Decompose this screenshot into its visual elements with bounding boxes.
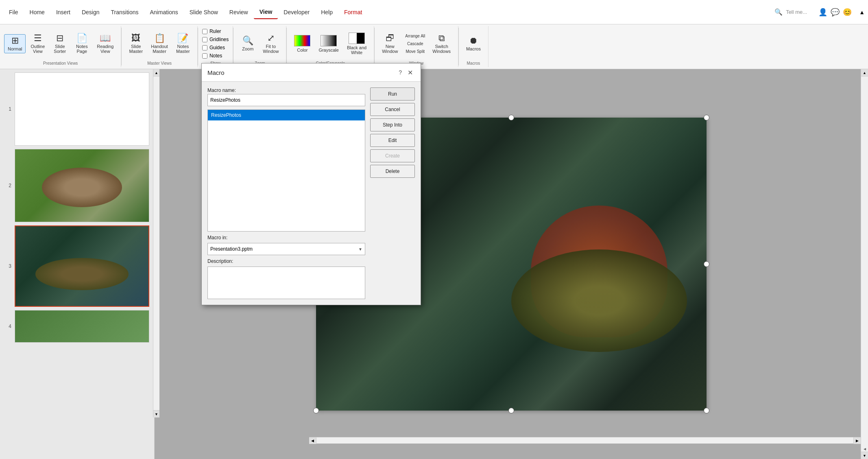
close-icon[interactable]: ✕ [405, 68, 415, 77]
help-icon[interactable]: ? [399, 69, 402, 76]
run-button[interactable]: Run [370, 87, 415, 101]
macro-name-label: Macro name: [207, 87, 365, 93]
delete-button[interactable]: Delete [370, 165, 415, 178]
macro-in-select[interactable]: Presentation3.pptm ▼ [207, 243, 365, 255]
macro-dialog: Macro ? ✕ Macro name: ResizePhotos Macro… [201, 63, 421, 305]
dialog-controls: ? ✕ [399, 68, 415, 77]
macro-list[interactable]: ResizePhotos [207, 109, 365, 232]
dialog-body: Macro name: ResizePhotos Macro in: Prese… [202, 82, 421, 305]
macro-list-item-resize[interactable]: ResizePhotos [208, 110, 365, 120]
dialog-overlay: Macro ? ✕ Macro name: ResizePhotos Macro… [0, 0, 868, 459]
create-button[interactable]: Create [370, 149, 415, 162]
description-row: Description: [207, 258, 365, 299]
macro-in-row: Macro in: Presentation3.pptm ▼ [207, 235, 365, 255]
select-arrow-icon: ▼ [358, 247, 362, 251]
dialog-title: Macro [207, 69, 225, 76]
dialog-titlebar: Macro ? ✕ [202, 63, 421, 82]
macro-name-input[interactable] [207, 94, 365, 106]
description-input[interactable] [207, 267, 365, 299]
cancel-button[interactable]: Cancel [370, 103, 415, 116]
dialog-left: Macro name: ResizePhotos Macro in: Prese… [207, 87, 365, 299]
step-into-button[interactable]: Step Into [370, 118, 415, 131]
description-label: Description: [207, 258, 365, 264]
edit-button[interactable]: Edit [370, 134, 415, 147]
macro-in-value: Presentation3.pptm [210, 246, 253, 252]
macro-in-label: Macro in: [207, 235, 365, 240]
macro-name-row: Macro name: [207, 87, 365, 106]
dialog-right: Run Cancel Step Into Edit Create Delete [370, 87, 415, 299]
